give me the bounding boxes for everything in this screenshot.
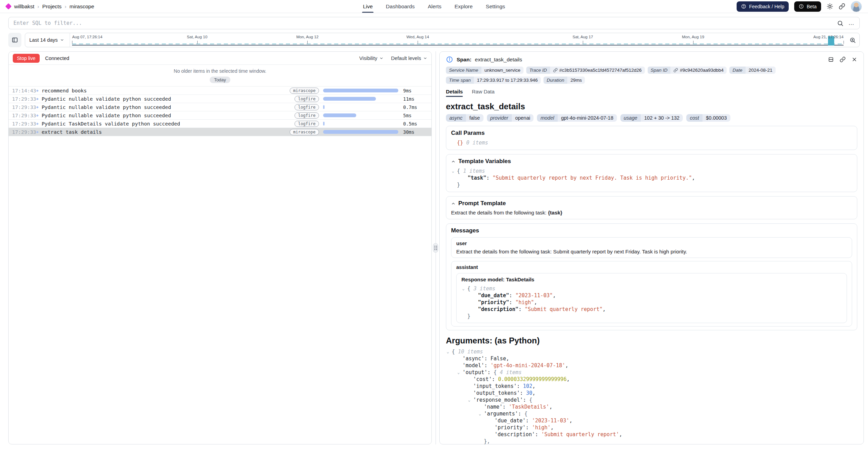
stop-live-button[interactable]: Stop live	[13, 54, 40, 63]
trace-tag: mirascope	[290, 88, 319, 94]
code-token: 'input_tokens'	[473, 383, 517, 389]
code-token: 'output'	[462, 369, 487, 375]
close-span-panel-button[interactable]	[851, 57, 857, 62]
beta-button[interactable]: Beta	[794, 1, 821, 12]
collapse-toggle-icon[interactable]: ⌄	[457, 369, 460, 376]
response-model-tree: ⌄{ 3 items"due_date": "2023-11-03","prio…	[461, 285, 842, 320]
template-variables-card: Template Variables ⌄{ 1 items"task": "Su…	[446, 154, 857, 192]
code-token: "2023-11-03"	[515, 292, 552, 299]
feedback-help-button[interactable]: Feedback / Help	[737, 1, 789, 12]
response-model-card: Response model: TaskDetails ⌄{ 3 items"d…	[456, 273, 847, 323]
trace-name: Pydantic TaskDetails validate_python suc…	[42, 121, 283, 127]
nav-tab-settings[interactable]: Settings	[486, 0, 505, 13]
code-line: },	[446, 438, 857, 444]
meta-badge-value: 2024-08-21	[746, 67, 776, 74]
code-line: 'name': 'TaskDetails',	[446, 403, 857, 410]
code-token: 'model'	[462, 362, 484, 369]
code-token: 'name'	[484, 404, 502, 410]
attr-badge-value: gpt-4o-mini-2024-07-18	[558, 114, 617, 122]
code-token: :	[535, 431, 541, 438]
tab-raw-data[interactable]: Raw Data	[472, 89, 495, 97]
collapse-toggle-icon[interactable]: ⌄	[452, 168, 454, 174]
call-params-title: Call Params	[451, 130, 485, 137]
user-avatar[interactable]	[851, 1, 862, 12]
span-diamond-icon: ◆	[36, 88, 39, 93]
trace-time: 17:29:33	[12, 129, 36, 135]
attr-badge-async: asyncfalse	[446, 114, 483, 122]
timeline-tick-mark	[418, 41, 418, 44]
nav-tab-alerts[interactable]: Alerts	[428, 0, 441, 13]
tab-details[interactable]: Details	[446, 89, 463, 97]
trace-row[interactable]: 17:29:33◆Pydantic nullable validate_pyth…	[9, 94, 431, 103]
main-area: Stop live Connected Visibility Default l…	[8, 51, 864, 444]
nav-tab-live[interactable]: Live	[363, 0, 372, 13]
nav-tab-dashboards[interactable]: Dashboards	[386, 0, 415, 13]
panel-layout-button[interactable]	[828, 57, 834, 62]
timeline-row: Last 14 days Aug 07, 17:26:14Sat, Aug 10…	[8, 33, 860, 47]
close-icon	[851, 57, 857, 62]
code-line: "priority": "high",	[461, 299, 842, 306]
feedback-help-label: Feedback / Help	[749, 4, 784, 9]
more-options-button[interactable]: …	[848, 21, 855, 25]
search-icon[interactable]	[837, 20, 844, 27]
default-levels-dropdown[interactable]: Default levels	[391, 56, 427, 61]
duration-bar-track	[323, 105, 398, 109]
code-token: 30	[526, 390, 532, 396]
theme-toggle-button[interactable]	[827, 3, 833, 10]
code-line: 'description': 'Submit quarterly report'…	[446, 431, 857, 438]
meta-badge-value: unknown_service	[481, 67, 523, 74]
collapse-chevron-icon[interactable]	[451, 159, 456, 164]
collapse-toggle-icon[interactable]: ⌄	[468, 397, 470, 403]
meta-badge-value[interactable]: #c3b5157330ea5c1fd4572747af512d26	[550, 67, 645, 74]
live-controls: Stop live Connected Visibility Default l…	[9, 52, 431, 65]
visibility-dropdown[interactable]: Visibility	[359, 56, 383, 61]
span-heading: extract_task_details	[446, 102, 857, 111]
trace-name: Pydantic nullable validate_python succee…	[42, 104, 283, 110]
code-token: :	[520, 390, 526, 396]
code-token: 'due_date'	[495, 418, 526, 424]
trace-row[interactable]: 17:29:33◆extract_task_detailsmirascope30…	[9, 128, 431, 136]
trace-list: 17:14:43◆recommend_booksmirascope9ms17:2…	[9, 86, 431, 136]
sql-filter-input[interactable]	[13, 20, 832, 26]
trace-time: 17:29:33	[12, 121, 36, 127]
breadcrumb-item-willbakst[interactable]: willbakst	[14, 3, 34, 10]
collapse-toggle-icon[interactable]: ⌄	[479, 410, 481, 417]
sql-filter-box: …	[8, 17, 860, 29]
trace-row[interactable]: 17:29:33◆Pydantic nullable validate_pyth…	[9, 111, 431, 119]
attr-badge-label: model	[537, 114, 558, 122]
attr-badge-label: usage	[620, 114, 641, 122]
trace-row[interactable]: 17:29:33◆Pydantic TaskDetails validate_p…	[9, 119, 431, 128]
zoom-in-button[interactable]	[846, 33, 859, 47]
code-token: "due_date"	[478, 292, 509, 299]
timeline[interactable]: Aug 07, 17:26:14Sat, Aug 10Mon, Aug 12We…	[70, 33, 846, 47]
copy-span-link-button[interactable]	[840, 57, 846, 62]
trace-row[interactable]: 17:29:33◆Pydantic nullable validate_pyth…	[9, 103, 431, 111]
sidebar-toggle-button[interactable]	[8, 33, 21, 47]
span-label: Span:	[457, 57, 471, 63]
collapse-toggle-icon[interactable]: ⌄	[462, 285, 465, 292]
code-line: ⌄'arguments': {	[446, 410, 857, 417]
time-range-dropdown[interactable]: Last 14 days	[25, 33, 70, 47]
link-icon	[839, 3, 845, 10]
share-link-button[interactable]	[839, 3, 845, 10]
trace-tag: mirascope	[290, 129, 319, 135]
logfire-logo-icon[interactable]	[5, 3, 11, 9]
timeline-tick-label: Sat, Aug 17	[572, 35, 593, 39]
breadcrumb-item-mirascope[interactable]: mirascope	[70, 3, 94, 10]
trace-row[interactable]: 17:14:43◆recommend_booksmirascope9ms	[9, 86, 431, 94]
code-token: :	[526, 418, 532, 424]
code-token: :	[487, 369, 493, 375]
duration-bar-track	[323, 89, 398, 92]
assistant-message-card: assistant Response model: TaskDetails ⌄{…	[451, 261, 852, 327]
collapse-toggle-icon[interactable]: ⌄	[447, 348, 449, 355]
breadcrumb-item-projects[interactable]: Projects	[42, 3, 62, 10]
collapse-chevron-icon[interactable]	[451, 201, 456, 206]
meta-badge-value[interactable]: #9c942620aa93dbb4	[670, 67, 727, 74]
panel-resize-handle[interactable]	[433, 243, 438, 253]
header-actions: Feedback / Help Beta	[505, 0, 862, 13]
link-icon	[840, 57, 846, 62]
nav-tab-explore[interactable]: Explore	[455, 0, 473, 13]
code-token: ,	[619, 431, 622, 438]
meta-badge-label: Span ID	[648, 67, 671, 74]
attr-badge-label: async	[446, 114, 466, 122]
